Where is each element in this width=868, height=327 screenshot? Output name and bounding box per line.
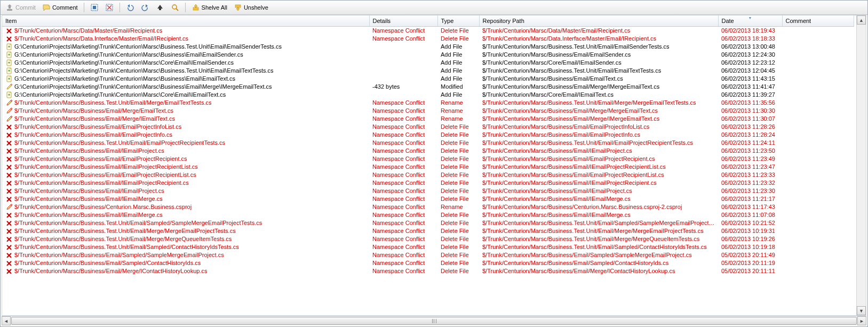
- item-path: $/Trunk/Centurion/Marsc/Business/Email/I…: [14, 163, 198, 171]
- scroll-thumb[interactable]: [11, 317, 857, 325]
- find-button[interactable]: [168, 1, 182, 14]
- cell-date: 06/02/2013 11:41:47: [718, 83, 782, 91]
- cell-item: +G:\Centurion\Projects\Marketing\Trunk\C…: [2, 43, 369, 51]
- cell-repo: $/Trunk/Centurion/Marsc/Business/Email/M…: [479, 115, 718, 123]
- cell-comment: [782, 147, 854, 155]
- cell-date: 06/02/2013 13:00:48: [718, 43, 782, 51]
- cell-repo: $/Trunk/Centurion/Marsc/Business/Email/I…: [479, 187, 718, 195]
- cell-details: [369, 91, 437, 99]
- table-row[interactable]: $/Trunk/Centurion/Marsc/Business/Centuri…: [2, 203, 854, 211]
- scroll-right-button[interactable]: ►: [857, 316, 866, 325]
- cell-comment: [782, 203, 854, 211]
- cell-item: $/Trunk/Centurion/Marsc/Data/Master/Emai…: [2, 27, 369, 35]
- deselect-all-button[interactable]: [102, 1, 116, 14]
- undo-button[interactable]: [123, 1, 137, 14]
- table-row[interactable]: +G:\Centurion\Projects\Marketing\Trunk\C…: [2, 43, 854, 51]
- table-row[interactable]: $/Trunk/Centurion/Marsc/Business.Test.Un…: [2, 219, 854, 227]
- table-row[interactable]: G:\Centurion\Projects\Marketing\Trunk\Ce…: [2, 83, 854, 91]
- cell-date: 06/02/2013 10:19:31: [718, 227, 782, 235]
- table-row[interactable]: $/Trunk/Centurion/Marsc/Business.Test.Un…: [2, 235, 854, 243]
- item-path: $/Trunk/Centurion/Marsc/Business/Email/E…: [14, 131, 172, 139]
- vertical-scrollbar[interactable]: ▲ ▼: [856, 15, 866, 315]
- table-row[interactable]: $/Trunk/Centurion/Marsc/Data/Master/Emai…: [2, 27, 854, 35]
- cell-comment: [782, 171, 854, 179]
- table-row[interactable]: $/Trunk/Centurion/Marsc/Business/Email/I…: [2, 179, 854, 187]
- cell-repo: $/Trunk/Centurion/Marsc/Business.Test.Un…: [479, 243, 718, 251]
- cell-repo: $/Trunk/Centurion/Marsc/Business/Email/E…: [479, 155, 718, 163]
- scroll-area[interactable]: Item Details Type Repository Path Date▼ …: [2, 15, 866, 315]
- shelve-all-button[interactable]: Shelve All: [189, 1, 230, 14]
- comment-button[interactable]: Comment: [39, 1, 81, 14]
- cell-repo: $/Trunk/Centurion/Marsc/Business/Email/M…: [479, 83, 718, 91]
- cell-repo: $/Trunk/Centurion/Marsc/Business/Email/I…: [479, 163, 718, 171]
- redo-button[interactable]: [138, 1, 152, 14]
- scroll-left-button[interactable]: ◄: [2, 316, 11, 325]
- table-row[interactable]: +G:\Centurion\Projects\Marketing\Trunk\C…: [2, 75, 854, 83]
- edit-icon: [5, 204, 13, 211]
- table-row[interactable]: $/Trunk/Centurion/Marsc/Data.Interface/M…: [2, 35, 854, 43]
- header-repo[interactable]: Repository Path: [479, 15, 718, 27]
- scroll-up-button[interactable]: ▲: [857, 15, 866, 25]
- table-row[interactable]: $/Trunk/Centurion/Marsc/Business/Email/I…: [2, 163, 854, 171]
- svg-text:+: +: [7, 45, 10, 49]
- cell-repo: $/Trunk/Centurion/Marsc/Business/Email/E…: [479, 51, 718, 59]
- cell-details: -432 bytes: [369, 83, 437, 91]
- delete-icon: [5, 268, 13, 275]
- select-all-button[interactable]: [87, 1, 101, 14]
- header-comment[interactable]: Comment: [782, 15, 854, 27]
- item-path: G:\Centurion\Projects\Marketing\Trunk\Ce…: [14, 67, 274, 75]
- item-path: $/Trunk/Centurion/Marsc/Data.Interface/M…: [14, 35, 188, 43]
- item-path: $/Trunk/Centurion/Marsc/Business/Email/I…: [14, 187, 164, 195]
- delete-icon: [5, 147, 13, 155]
- cell-details: [369, 51, 437, 59]
- table-row[interactable]: +G:\Centurion\Projects\Marketing\Trunk\C…: [2, 59, 854, 67]
- table-row[interactable]: $/Trunk/Centurion/Marsc/Business/Email/M…: [2, 107, 854, 115]
- table-row[interactable]: $/Trunk/Centurion/Marsc/Business/Email/S…: [2, 251, 854, 259]
- header-item[interactable]: Item: [2, 15, 369, 27]
- cell-repo: $/Trunk/Centurion/Marsc/Business/Email/I…: [479, 179, 718, 187]
- table-row[interactable]: $/Trunk/Centurion/Marsc/Business/Email/E…: [2, 171, 854, 179]
- table-row[interactable]: $/Trunk/Centurion/Marsc/Business/Email/E…: [2, 131, 854, 139]
- header-details[interactable]: Details: [369, 15, 437, 27]
- unshelve-button[interactable]: Unshelve: [231, 1, 271, 14]
- cell-date: 06/02/2013 11:28:26: [718, 123, 782, 131]
- up-button[interactable]: [153, 1, 167, 14]
- table-row[interactable]: $/Trunk/Centurion/Marsc/Business.Test.Un…: [2, 99, 854, 107]
- cell-item: $/Trunk/Centurion/Marsc/Business.Test.Un…: [2, 99, 369, 107]
- table-row[interactable]: $/Trunk/Centurion/Marsc/Business/Email/M…: [2, 115, 854, 123]
- table-row[interactable]: +G:\Centurion\Projects\Marketing\Trunk\C…: [2, 91, 854, 99]
- cell-comment: [782, 267, 854, 275]
- cell-date: 06/02/2013 11:23:32: [718, 179, 782, 187]
- cell-type: Delete File: [437, 195, 479, 203]
- cell-date: 06/02/2013 11:30:07: [718, 115, 782, 123]
- table-row[interactable]: $/Trunk/Centurion/Marsc/Business.Test.Un…: [2, 243, 854, 251]
- table-row[interactable]: $/Trunk/Centurion/Marsc/Business/Email/I…: [2, 147, 854, 155]
- table-row[interactable]: $/Trunk/Centurion/Marsc/Business/Email/M…: [2, 267, 854, 275]
- header-type[interactable]: Type: [437, 15, 479, 27]
- cell-type: Delete File: [437, 219, 479, 227]
- header-date[interactable]: Date▼: [718, 15, 782, 27]
- table-row[interactable]: $/Trunk/Centurion/Marsc/Business.Test.Un…: [2, 227, 854, 235]
- table-row[interactable]: +G:\Centurion\Projects\Marketing\Trunk\C…: [2, 67, 854, 75]
- table-row[interactable]: $/Trunk/Centurion/Marsc/Business/Email/E…: [2, 155, 854, 163]
- table-row[interactable]: $/Trunk/Centurion/Marsc/Business/Email/E…: [2, 123, 854, 131]
- table-row[interactable]: $/Trunk/Centurion/Marsc/Business/Email/I…: [2, 195, 854, 203]
- table-row[interactable]: $/Trunk/Centurion/Marsc/Business/Email/S…: [2, 259, 854, 267]
- cell-type: Delete File: [437, 179, 479, 187]
- table-row[interactable]: $/Trunk/Centurion/Marsc/Business.Test.Un…: [2, 139, 854, 147]
- cell-date: 06/02/2013 10:19:26: [718, 235, 782, 243]
- table-row[interactable]: $/Trunk/Centurion/Marsc/Business/Email/I…: [2, 187, 854, 195]
- horizontal-scrollbar[interactable]: ◄ ►: [2, 316, 866, 325]
- cell-type: Delete File: [437, 163, 479, 171]
- cell-details: [369, 67, 437, 75]
- redo-icon: [141, 3, 149, 12]
- commit-button[interactable]: Commit: [3, 1, 38, 14]
- header-type-label: Type: [441, 18, 454, 24]
- scroll-down-button[interactable]: ▼: [857, 306, 866, 315]
- table-row[interactable]: +G:\Centurion\Projects\Marketing\Trunk\C…: [2, 51, 854, 59]
- cell-item: $/Trunk/Centurion/Marsc/Business/Email/I…: [2, 163, 369, 171]
- cell-repo: $/Trunk/Centurion/Marsc/Business/Email/I…: [479, 195, 718, 203]
- table-row[interactable]: $/Trunk/Centurion/Marsc/Business/Email/I…: [2, 211, 854, 219]
- cell-item: $/Trunk/Centurion/Marsc/Business.Test.Un…: [2, 139, 369, 147]
- cell-item: $/Trunk/Centurion/Marsc/Business.Test.Un…: [2, 243, 369, 251]
